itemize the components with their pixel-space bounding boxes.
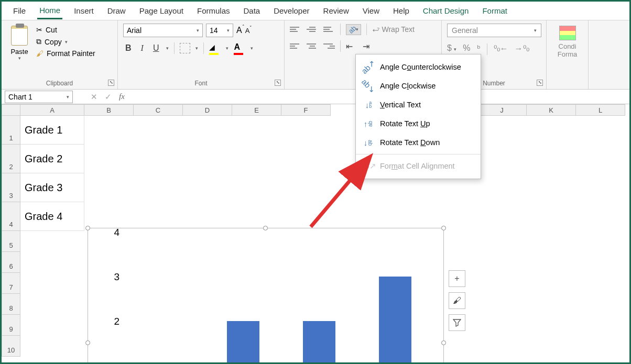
column-header[interactable]: E	[232, 104, 281, 116]
enter-formula-button[interactable]: ✓	[105, 92, 112, 102]
clipboard-dialog-launcher[interactable]: ⤡	[108, 80, 114, 86]
tab-draw[interactable]: Draw	[105, 3, 128, 18]
tab-home[interactable]: Home	[37, 3, 62, 19]
decrease-font-button[interactable]: A˅	[245, 27, 250, 35]
font-name-select[interactable]: Arial▾	[123, 24, 203, 37]
chart-elements-button[interactable]: +	[449, 270, 465, 287]
row-header[interactable]: 10	[2, 336, 20, 357]
chart-styles-button[interactable]: 🖌	[449, 292, 465, 309]
wrap-text-button[interactable]: ⮐Wrap Text	[372, 25, 415, 34]
menu-rotate-down[interactable]: ↓ab Rotate Text Down	[356, 133, 481, 152]
align-middle-button[interactable]	[307, 24, 318, 35]
row-header[interactable]: 2	[2, 145, 20, 173]
decrease-decimal-button[interactable]: →⁰₀	[515, 43, 529, 55]
column-header[interactable]: F	[281, 104, 331, 116]
row-header[interactable]: 5	[2, 231, 20, 252]
borders-button[interactable]	[180, 43, 190, 53]
tab-view[interactable]: View	[361, 3, 382, 18]
chart-bars[interactable]	[129, 233, 433, 364]
orientation-button[interactable]: ab ▾	[346, 24, 361, 35]
decrease-indent-button[interactable]: ⇤	[346, 41, 357, 51]
chart-filters-button[interactable]	[449, 314, 465, 331]
percent-format-button[interactable]: %	[463, 43, 470, 55]
group-styles: Condi Forma	[547, 20, 589, 89]
row-header[interactable]: 7	[2, 273, 20, 294]
chart-y-axis[interactable]: 43210	[108, 233, 123, 364]
cut-button[interactable]: ✂ Cut	[36, 26, 95, 34]
column-header[interactable]: B	[84, 104, 134, 116]
font-color-button[interactable]: A	[234, 42, 245, 54]
bold-button[interactable]: B	[123, 42, 134, 54]
cell[interactable]: Grade 1	[20, 116, 84, 145]
font-size-select[interactable]: 14▾	[206, 24, 233, 37]
tab-review[interactable]: Review	[321, 3, 351, 18]
increase-indent-button[interactable]: ⇥	[363, 41, 374, 51]
conditional-formatting-icon	[559, 26, 576, 40]
cell[interactable]: Grade 3	[20, 173, 84, 202]
column-header[interactable]: C	[134, 104, 183, 116]
menu-label: Angle Counterclockwise	[380, 63, 461, 71]
column-header[interactable]: J	[477, 104, 527, 116]
align-left-button[interactable]	[290, 41, 301, 51]
italic-button[interactable]: I	[139, 42, 146, 54]
chart-buttons: + 🖌	[449, 270, 465, 331]
menu-angle-cw[interactable]: ab↘ Angle Clockwise	[356, 76, 481, 95]
tab-format[interactable]: Format	[480, 3, 509, 18]
underline-button[interactable]: U	[151, 42, 161, 54]
row-header[interactable]: 4	[2, 202, 20, 231]
align-bottom-button[interactable]	[323, 24, 335, 35]
comma-format-button[interactable]: ᵇ	[477, 43, 481, 55]
chart-bar[interactable]	[227, 321, 259, 364]
tab-insert[interactable]: Insert	[72, 3, 96, 18]
chart-bar[interactable]	[303, 321, 335, 364]
align-top-button[interactable]	[290, 24, 301, 35]
menu-vertical-text[interactable]: ↓ab Vertical Text	[356, 95, 481, 114]
column-header[interactable]: D	[183, 104, 232, 116]
number-dialog-launcher[interactable]: ⤡	[537, 80, 543, 86]
accounting-format-button[interactable]: $ ▾	[447, 43, 456, 55]
menu-label: Angle Clockwise	[380, 82, 436, 90]
menu-angle-ccw[interactable]: ab↗ Angle Counterclockwise	[356, 58, 481, 76]
tab-help[interactable]: Help	[391, 3, 411, 18]
column-header[interactable]: K	[527, 104, 576, 116]
embedded-chart[interactable]: 43210 Grade 1Grade 2Grade 3Grade 4 + 🖌	[88, 228, 444, 364]
row-header[interactable]: 9	[2, 315, 20, 336]
rotate-up-icon: ↑ab	[363, 118, 374, 129]
chart-plot-area[interactable]: 43210 Grade 1Grade 2Grade 3Grade 4	[108, 233, 433, 364]
font-name-value: Arial	[127, 26, 142, 35]
cell[interactable]: Grade 4	[20, 202, 84, 231]
increase-decimal-button[interactable]: ⁰₀←	[494, 43, 508, 55]
font-size-value: 14	[210, 26, 218, 35]
tab-formulas[interactable]: Formulas	[195, 3, 232, 18]
wrap-text-label: Wrap Text	[382, 25, 415, 34]
row-header[interactable]: 8	[2, 294, 20, 315]
font-dialog-launcher[interactable]: ⤡	[275, 80, 281, 86]
number-format-select[interactable]: General▾	[447, 24, 541, 37]
name-box[interactable]: Chart 1▾	[5, 91, 73, 103]
copy-button[interactable]: ⧉ Copy ▾	[36, 37, 95, 46]
chart-bar[interactable]	[379, 277, 411, 364]
fx-icon[interactable]: fx	[119, 92, 125, 101]
paste-button[interactable]: Paste ▾	[7, 24, 32, 61]
rotate-down-icon: ↓ab	[363, 137, 374, 148]
tab-developer[interactable]: Developer	[271, 3, 311, 18]
tab-data[interactable]: Data	[241, 3, 262, 18]
format-painter-button[interactable]: 🖌 Format Painter	[36, 49, 95, 58]
increase-font-button[interactable]: A˄	[236, 26, 242, 35]
fill-color-button[interactable]: ◢	[209, 42, 221, 54]
row-header[interactable]: 1	[2, 116, 20, 145]
row-header[interactable]: 3	[2, 173, 20, 202]
tab-page-layout[interactable]: Page Layout	[137, 3, 186, 18]
cancel-formula-button[interactable]: ✕	[91, 92, 97, 102]
tab-file[interactable]: File	[11, 3, 28, 18]
menu-rotate-up[interactable]: ↑ab Rotate Text Up	[356, 114, 481, 133]
row-header[interactable]: 6	[2, 252, 20, 273]
tab-chart-design[interactable]: Chart Design	[421, 3, 471, 18]
align-right-button[interactable]	[323, 41, 335, 51]
conditional-formatting-label[interactable]: Condi Forma	[552, 42, 583, 58]
cell[interactable]: Grade 2	[20, 145, 84, 173]
column-header[interactable]: A	[20, 104, 84, 116]
align-center-button[interactable]	[307, 41, 318, 51]
select-all-corner[interactable]	[2, 104, 20, 116]
column-header[interactable]: L	[576, 104, 625, 116]
